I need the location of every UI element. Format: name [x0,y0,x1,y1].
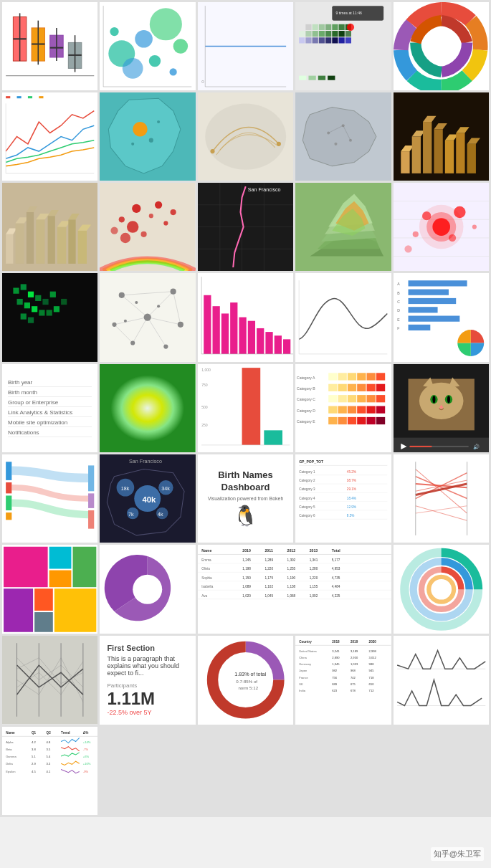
sf-dots-map[interactable] [100,183,195,271]
svg-point-220 [111,375,185,441]
3d-buildings-dark[interactable] [394,92,489,181]
section-description: This is a paragraph that explains what y… [107,655,188,677]
slope-chart[interactable] [394,454,489,543]
svg-rect-159 [35,295,41,301]
svg-rect-32 [319,24,325,30]
svg-rect-241 [348,383,356,391]
svg-rect-169 [28,318,34,323]
text-list-panel: Birth year Birth month Group or Enterpri… [2,364,97,452]
svg-rect-221 [242,368,260,445]
svg-rect-33 [325,24,331,30]
svg-text:1,138: 1,138 [287,585,295,588]
svg-point-189 [157,305,160,308]
svg-text:5,177: 5,177 [332,558,340,562]
multiline-chart[interactable] [2,92,97,181]
svg-text:Category 3: Category 3 [299,487,315,491]
smooth-line-chart[interactable] [295,273,391,361]
radial-chart[interactable] [394,545,489,634]
small-data-table[interactable]: GP_POP_TOT Category 1 45.2% Category 2 3… [295,454,391,543]
cat-video-player[interactable]: 🔊 [394,364,489,452]
svg-text:Category D: Category D [297,408,315,412]
svg-text:1,175: 1,175 [264,576,273,580]
table-sparklines[interactable]: Name Q1 Q2 Trend Δ% Alpha 4.2 4.8 +14% B… [2,727,97,815]
svg-rect-170 [61,299,67,305]
svg-text:1,190: 1,190 [287,576,295,580]
bubble-chart[interactable] [100,2,195,90]
svg-text:982: 982 [332,669,338,673]
svg-text:988: 988 [369,662,375,666]
svg-rect-209 [408,307,437,313]
purple-pie-chart[interactable] [100,545,195,634]
svg-rect-95 [467,144,475,173]
svg-rect-239 [328,383,337,391]
svg-rect-329 [49,547,72,569]
heatmap-grid[interactable]: 9 times at 11:46 [295,2,391,90]
red-bar-chart[interactable]: 1,000 750 500 250 [198,364,293,452]
svg-text:968: 968 [351,669,356,673]
dark-route-map[interactable]: San Francisco [198,183,293,271]
warm-heatmap[interactable]: Category A Category B Category C Categor… [295,364,391,452]
svg-text:945: 945 [369,669,375,673]
svg-text:United States: United States [299,649,317,653]
3d-buildings-light[interactable] [2,183,97,271]
svg-text:Trend: Trend [61,731,70,735]
svg-text:-9%: -9% [83,769,89,773]
birth-names-dashboard[interactable]: Birth Names Dashboard Visualization powe… [198,454,293,543]
pink-bar-chart[interactable] [198,273,293,361]
horizontal-bar-pie[interactable]: A B C D E F [394,273,489,361]
svg-text:18.4%: 18.4% [347,496,356,500]
dark-bubble-map[interactable]: 40k 18k 34k 7k 4k San Francisco [100,454,195,543]
zigzag-lines-chart[interactable] [394,636,489,724]
svg-text:2012: 2012 [287,548,295,553]
green-heatmap[interactable] [100,364,195,452]
svg-text:38.7%: 38.7% [347,479,356,482]
svg-point-18 [173,39,189,54]
numbers-table[interactable]: Country 2018 2019 2020 United States 3,2… [295,636,391,724]
svg-text:Total: Total [332,548,341,553]
sankey-flow-chart[interactable] [2,454,97,543]
svg-rect-330 [49,570,72,587]
boxplot-chart[interactable] [2,2,97,90]
svg-point-150 [449,234,456,242]
svg-point-79 [335,143,338,146]
svg-text:Beta: Beta [6,747,12,750]
large-data-table[interactable]: Name 2010 2011 2012 2013 Total Emma 1,24… [198,545,391,634]
svg-text:+14%: +14% [83,740,91,743]
svg-line-323 [415,506,467,521]
svg-text:1,245: 1,245 [242,558,251,562]
section-stats: First Section This is a paragraph that e… [100,636,195,724]
svg-text:Germany: Germany [299,662,312,666]
svg-text:2,998: 2,998 [369,649,377,653]
svg-rect-242 [357,383,366,391]
svg-rect-282 [88,465,94,491]
network-graph[interactable] [100,273,195,361]
donut-percentage[interactable]: 1.83% of total 0.7-85% of norm 5:12 [198,636,293,724]
svg-text:Name: Name [6,731,15,735]
svg-text:8.5%: 8.5% [347,514,355,518]
arc-lines-map[interactable] [198,92,293,181]
svg-text:756: 756 [332,676,338,679]
parallel-lines-chart[interactable] [2,636,97,724]
topo-3d-map[interactable] [295,183,391,271]
svg-point-151 [412,232,418,237]
flat-line-chart[interactable]: 0 [198,2,293,90]
svg-point-14 [135,30,153,48]
grey-map[interactable] [295,92,391,181]
svg-point-124 [111,227,118,234]
svg-point-20 [170,68,177,75]
svg-rect-100 [15,224,24,264]
svg-text:1,089: 1,089 [242,585,251,588]
svg-point-185 [178,322,183,328]
france-map[interactable] [100,92,195,181]
svg-point-58 [428,33,454,59]
svg-rect-37 [299,31,305,37]
dark-grid-map[interactable] [2,273,97,361]
svg-rect-48 [319,37,325,43]
treemap-chart[interactable] [2,545,97,634]
svg-rect-256 [376,406,385,413]
sunburst-chart[interactable] [394,2,489,90]
svg-rect-164 [32,307,37,313]
svg-text:Category C: Category C [297,397,315,401]
svg-rect-35 [339,24,345,30]
density-dot-map[interactable] [394,183,489,271]
